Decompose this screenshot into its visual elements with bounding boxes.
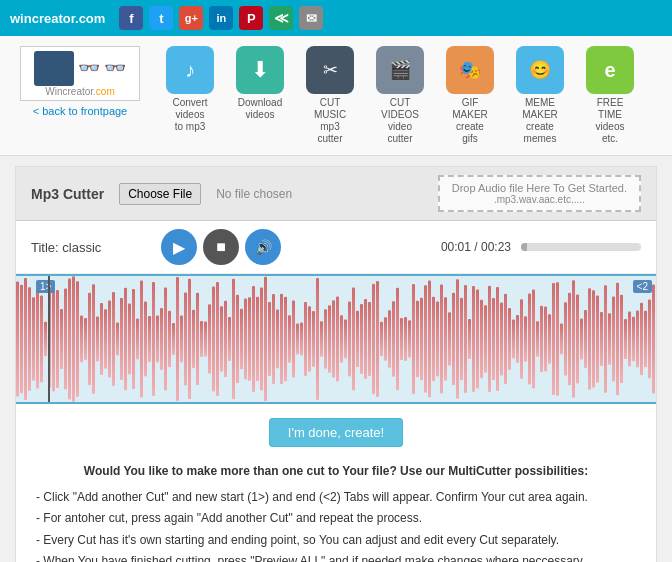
nav-item-download[interactable]: ⬇ Downloadvideos [230, 46, 290, 121]
svg-rect-146 [596, 295, 599, 382]
svg-rect-92 [380, 322, 383, 357]
nav-item-gif-maker[interactable]: 🎭 GIFMAKERcreategifs [440, 46, 500, 145]
linkedin-button[interactable]: in [209, 6, 233, 30]
svg-rect-41 [176, 277, 179, 401]
svg-rect-40 [172, 323, 175, 355]
svg-rect-10 [52, 287, 55, 392]
end-tab[interactable]: <2 [633, 280, 652, 293]
svg-rect-35 [152, 282, 155, 396]
svg-rect-36 [156, 315, 159, 362]
svg-rect-18 [84, 318, 87, 360]
info-line: - Every Cut has it's own starting and en… [36, 530, 636, 552]
svg-rect-24 [108, 300, 111, 377]
svg-rect-71 [296, 324, 299, 355]
svg-rect-103 [424, 285, 427, 392]
svg-rect-33 [144, 301, 147, 376]
cut-videos-icon: 🎬 [376, 46, 424, 94]
svg-rect-131 [536, 321, 539, 356]
seek-bar[interactable] [521, 243, 641, 251]
svg-rect-4 [28, 287, 31, 391]
googleplus-button[interactable]: g+ [179, 6, 203, 30]
nav-item-cut-music[interactable]: ✂ CUTMUSICmp3cutter [300, 46, 360, 145]
facebook-button[interactable]: f [119, 6, 143, 30]
svg-rect-106 [436, 301, 439, 376]
waveform-area[interactable]: 1> <2 [16, 274, 656, 404]
cut-music-label: CUTMUSICmp3cutter [314, 97, 346, 145]
svg-rect-47 [200, 321, 203, 357]
svg-rect-62 [260, 287, 263, 390]
svg-rect-154 [628, 312, 631, 367]
nav-item-free-time[interactable]: e FREETIMEvideosetc. [580, 46, 640, 145]
svg-rect-44 [188, 279, 191, 400]
svg-rect-34 [148, 316, 151, 362]
svg-rect-110 [452, 293, 455, 385]
svg-rect-72 [300, 323, 303, 356]
svg-rect-60 [252, 286, 255, 392]
gif-maker-label: GIFMAKERcreategifs [452, 97, 488, 145]
svg-rect-140 [572, 280, 575, 397]
free-time-label: FREETIMEvideosetc. [596, 97, 625, 145]
svg-rect-14 [68, 279, 71, 400]
nav-item-convert[interactable]: ♪ Convertvideosto mp3 [160, 46, 220, 133]
svg-rect-141 [576, 295, 579, 384]
svg-rect-69 [288, 315, 291, 362]
svg-rect-86 [356, 311, 359, 368]
svg-rect-49 [208, 304, 211, 374]
cutter-title: Mp3 Cutter [31, 186, 104, 202]
svg-rect-50 [212, 287, 215, 392]
volume-button[interactable]: 🔊 [245, 229, 281, 265]
svg-rect-90 [372, 284, 375, 395]
svg-rect-145 [592, 290, 595, 387]
email-button[interactable]: ✉ [299, 6, 323, 30]
start-tab[interactable]: 1> [36, 280, 55, 293]
download-icon: ⬇ [236, 46, 284, 94]
svg-rect-149 [608, 313, 611, 365]
share-button[interactable]: ≪ [269, 6, 293, 30]
svg-rect-43 [184, 292, 187, 385]
svg-rect-94 [388, 310, 391, 368]
svg-rect-70 [292, 301, 295, 378]
svg-rect-31 [136, 319, 139, 360]
svg-rect-97 [400, 318, 403, 360]
svg-rect-3 [24, 278, 27, 400]
twitter-button[interactable]: t [149, 6, 173, 30]
info-line: - Click "Add another Cut" and new start … [36, 487, 636, 509]
free-time-icon: e [586, 46, 634, 94]
svg-rect-6 [36, 290, 39, 389]
svg-rect-88 [364, 299, 367, 379]
info-lines: - Click "Add another Cut" and new start … [36, 487, 636, 562]
svg-rect-122 [500, 303, 503, 376]
info-area: Would You like to make more than one cut… [16, 461, 656, 562]
svg-rect-76 [316, 278, 319, 400]
back-link[interactable]: < back to frontpage [33, 105, 127, 117]
svg-rect-156 [636, 310, 639, 367]
svg-rect-20 [92, 284, 95, 394]
pinterest-button[interactable]: P [239, 6, 263, 30]
svg-rect-95 [392, 301, 395, 377]
svg-rect-51 [216, 282, 219, 396]
svg-rect-11 [56, 290, 59, 388]
meme-maker-label: MEMEMAKERcreatememes [522, 97, 558, 145]
svg-rect-107 [440, 285, 443, 394]
svg-rect-136 [556, 282, 559, 396]
svg-rect-75 [312, 311, 315, 367]
svg-rect-99 [408, 320, 411, 357]
choose-file-button[interactable]: Choose File [119, 183, 201, 205]
svg-rect-144 [588, 288, 591, 389]
nav-item-cut-videos[interactable]: 🎬 CUTVIDEOSvideocutter [370, 46, 430, 145]
done-button[interactable]: I'm done, create! [269, 418, 403, 447]
svg-rect-15 [72, 276, 75, 401]
drop-area[interactable]: Drop Audio file Here To Get Started. .mp… [438, 175, 641, 212]
nav-item-meme-maker[interactable]: 😊 MEMEMAKERcreatememes [510, 46, 570, 145]
convert-icon: ♪ [166, 46, 214, 94]
svg-rect-98 [404, 317, 407, 361]
play-button[interactable]: ▶ [161, 229, 197, 265]
svg-rect-96 [396, 288, 399, 390]
svg-rect-125 [512, 319, 515, 358]
svg-rect-27 [120, 298, 123, 380]
svg-rect-160 [652, 285, 655, 394]
svg-rect-68 [284, 297, 287, 382]
stop-button[interactable]: ■ [203, 229, 239, 265]
svg-rect-130 [532, 289, 535, 388]
svg-rect-57 [240, 309, 243, 369]
